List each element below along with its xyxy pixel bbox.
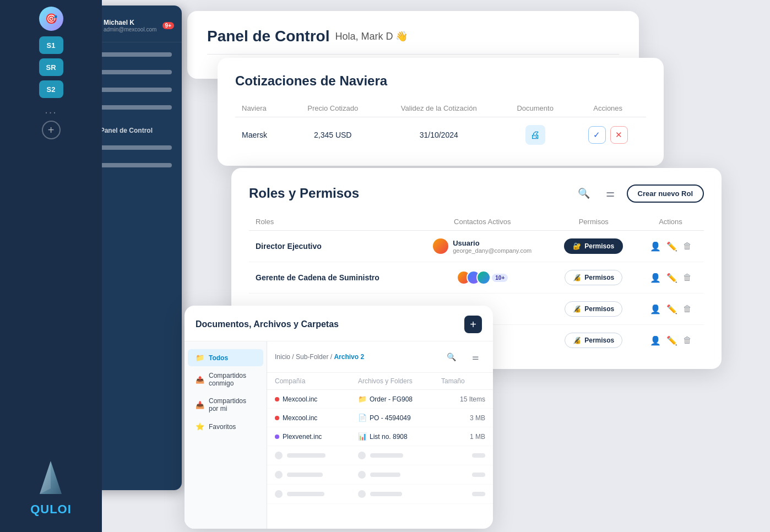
- docs-col-tamano: Tamaño: [441, 377, 485, 385]
- col-validez: Validez de la Cotización: [377, 100, 501, 117]
- sidebar-tab-s2[interactable]: S2: [39, 80, 63, 98]
- docs-table-header: Compañía Archivos y Folders Tamaño: [267, 373, 493, 390]
- col-acciones: Acciones: [570, 100, 646, 117]
- col-naviera: Naviera: [235, 100, 289, 117]
- docs-nav-compartidos-por-mi[interactable]: 📥 Compartidos por mi: [188, 393, 263, 417]
- size-1: 15 Items: [441, 395, 485, 403]
- svg-marker-1: [40, 461, 51, 494]
- add-user-icon-4[interactable]: 👤: [650, 335, 661, 346]
- nav-todos-label: Todos: [209, 354, 228, 362]
- roles-title: Roles y Permisos: [249, 186, 359, 201]
- sidebar-username: Michael K: [104, 19, 156, 26]
- filter-button[interactable]: ⚌: [600, 183, 620, 203]
- docs-main-area: Inicio / Sub-Folder / Archivo 2 🔍 ⚌ Comp…: [267, 341, 493, 529]
- documento-icon-cell: 🖨: [501, 117, 570, 153]
- file-2: 📄 PO - 4594049: [358, 414, 441, 422]
- sidebar-logo-area: QULOI: [30, 458, 72, 525]
- contact-avatar-1: [433, 238, 448, 254]
- docs-row-2: Mexcool.inc 📄 PO - 4594049 3 MB: [267, 409, 493, 427]
- add-user-icon-2[interactable]: 👤: [650, 273, 661, 283]
- permisos-button-1[interactable]: 🔐 Permisos: [564, 238, 623, 254]
- permisos-4: 🔏 Permisos: [550, 325, 637, 356]
- edit-icon-3[interactable]: ✏️: [666, 304, 677, 314]
- star-icon: ⭐: [196, 422, 204, 431]
- edit-icon-4[interactable]: ✏️: [666, 335, 677, 346]
- docs-row-1: Mexcool.inc 📁 Order - FG908 15 Items: [267, 390, 493, 409]
- sidebar-add-button[interactable]: +: [42, 121, 61, 139]
- actions-2: 👤 ✏️ 🗑: [637, 262, 704, 294]
- breadcrumb-path: Inicio / Sub-Folder / Archivo 2: [275, 353, 364, 361]
- roles-col-actions: Actions: [637, 213, 704, 231]
- actions-3: 👤 ✏️ 🗑: [637, 294, 704, 325]
- role-name-1: Director Ejecutivo: [249, 231, 415, 262]
- sidebar-left: 🎯 S1 SR S2 ··· + QULOI: [0, 0, 102, 532]
- docs-search-button[interactable]: 🔍: [441, 347, 461, 367]
- docs-add-button[interactable]: +: [464, 316, 482, 333]
- actions-4: 👤 ✏️ 🗑: [637, 325, 704, 356]
- company-1: Mexcool.inc: [275, 395, 358, 403]
- reject-button[interactable]: ✕: [610, 126, 628, 144]
- roles-actions: 🔍 ⚌ Crear nuevo Rol: [574, 183, 704, 203]
- add-user-icon-3[interactable]: 👤: [650, 304, 661, 314]
- contact-name-1: Usuario: [453, 239, 532, 247]
- docs-nav-todos[interactable]: 📁 Todos: [188, 349, 263, 366]
- approve-button[interactable]: ✓: [588, 126, 606, 144]
- folder-icon: 📁: [196, 354, 204, 362]
- size-2: 3 MB: [441, 414, 485, 422]
- permisos-button-4[interactable]: 🔏 Permisos: [565, 333, 622, 348]
- validez-fecha: 31/10/2024: [377, 117, 501, 153]
- size-3: 1 MB: [441, 433, 485, 441]
- file-3: 📊 List no. 8908: [358, 432, 441, 441]
- documento-icon: 🖨: [525, 125, 545, 145]
- edit-icon-1[interactable]: ✏️: [666, 241, 677, 252]
- panel-title-area: Panel de Control Hola, Mark D 👋: [207, 28, 619, 45]
- crear-rol-button[interactable]: Crear nuevo Rol: [627, 184, 704, 203]
- contact-avatars-2: 10+: [421, 270, 544, 285]
- docs-row-3: Plexvenet.inc 📊 List no. 8908 1 MB: [267, 427, 493, 446]
- sidebar-tab-s1[interactable]: S1: [39, 36, 63, 54]
- roles-header: Roles y Permisos 🔍 ⚌ Crear nuevo Rol: [249, 183, 704, 203]
- docs-filter-button[interactable]: ⚌: [465, 347, 485, 367]
- permisos-2: 🔏 Permisos: [550, 262, 637, 294]
- docs-nav-compartidos-conmigo[interactable]: 📤 Compartidos conmigo: [188, 367, 263, 392]
- acciones-cell: ✓ ✕: [570, 117, 646, 153]
- delete-icon-1[interactable]: 🗑: [683, 241, 692, 251]
- lock-icon-1: 🔐: [573, 242, 581, 250]
- contact-email-1: george_dany@company.com: [453, 247, 532, 254]
- contact-count-2: 10+: [492, 274, 508, 282]
- docs-breadcrumb: Inicio / Sub-Folder / Archivo 2 🔍 ⚌: [267, 341, 493, 373]
- lock-icon-2: 🔏: [573, 274, 581, 281]
- permisos-button-3[interactable]: 🔏 Permisos: [565, 301, 622, 317]
- lock-icon-4: 🔏: [573, 336, 581, 344]
- nav-compartidos-conmigo-label: Compartidos conmigo: [209, 372, 256, 387]
- add-user-icon-1[interactable]: 👤: [650, 241, 661, 252]
- panel-divider: [207, 54, 619, 55]
- permisos-1: 🔐 Permisos: [550, 231, 637, 262]
- sidebar-email: admin@mexcool.com: [104, 26, 156, 32]
- sidebar-tabs: S1 SR S2: [39, 36, 63, 98]
- cotizaciones-card: Cotizaciones de Naviera Naviera Precio C…: [218, 58, 664, 166]
- doc-file-icon-2: 📄: [358, 414, 367, 422]
- permisos-button-2[interactable]: 🔏 Permisos: [565, 270, 622, 285]
- docs-breadcrumb-actions: 🔍 ⚌: [441, 347, 485, 367]
- delete-icon-4[interactable]: 🗑: [683, 335, 692, 345]
- sidebar-notification-badge: 9+: [162, 22, 174, 29]
- roles-row-2: Gerente de Cadena de Suministro 10+ 🔏 Pe…: [249, 262, 704, 294]
- docs-nav-favoritos[interactable]: ⭐ Favoritos: [188, 418, 263, 435]
- sidebar-logo-avatar: 🎯: [39, 7, 63, 31]
- company-dot-2: [275, 416, 279, 420]
- delete-icon-3[interactable]: 🗑: [683, 304, 692, 314]
- sidebar-tab-sr[interactable]: SR: [39, 58, 63, 76]
- docs-sidebar-nav: 📁 Todos 📤 Compartidos conmigo 📥 Comparti…: [185, 341, 267, 529]
- roles-row-1: Director Ejecutivo Usuario george_dany@c…: [249, 231, 704, 262]
- edit-icon-2[interactable]: ✏️: [666, 273, 677, 283]
- panel-title-text: Panel de Control: [207, 28, 329, 45]
- search-button[interactable]: 🔍: [574, 183, 594, 203]
- documents-card: Documentos, Archivos y Carpetas + 📁 Todo…: [185, 306, 493, 529]
- breadcrumb-active: Archivo 2: [334, 353, 364, 361]
- role-name-2: Gerente de Cadena de Suministro: [249, 262, 415, 294]
- roles-col-roles: Roles: [249, 213, 415, 231]
- docs-col-archivos: Archivos y Folders: [358, 377, 441, 385]
- docs-row-placeholder-2: [267, 465, 493, 485]
- delete-icon-2[interactable]: 🗑: [683, 273, 692, 283]
